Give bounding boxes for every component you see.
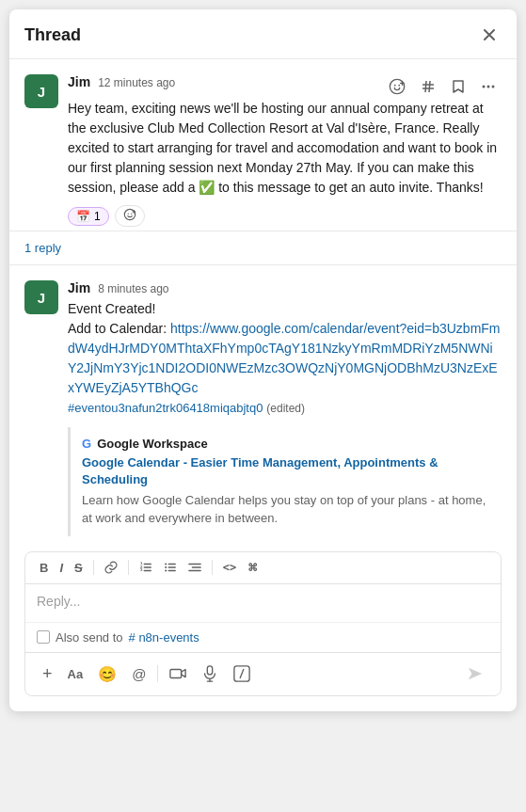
video-icon [169,665,186,682]
timestamp: 12 minutes ago [98,76,175,89]
preview-source: G Google Workspace [82,437,490,451]
slash-icon [233,665,250,682]
fmt-divider-3 [212,560,213,575]
ordered-list-icon: 1 2 3 [139,561,152,574]
thread-message-meta: Jim 8 minutes ago [68,280,502,295]
thread-author-name: Jim [68,280,90,295]
edited-label: (edited) [266,402,305,415]
video-button[interactable] [164,661,192,686]
panel-title: Thread [24,25,81,45]
strikethrough-button[interactable]: S [70,558,88,578]
message-content: Jim 12 minutes ago [68,74,502,227]
also-send-checkbox[interactable] [37,630,50,644]
bottom-toolbar: + Aa 😊 @ [25,652,501,695]
code-button[interactable]: <> [218,558,241,577]
reply-box: B I S 1 2 3 [24,551,502,696]
reactions-row: 📅 1 [68,205,502,227]
text-format-button[interactable]: Aa [62,663,89,685]
message-text: Hey team, exciting news we'll be hosting… [68,99,502,198]
send-icon [467,665,484,682]
thread-message-area: J Jim 8 minutes ago Event Created! Add t… [9,265,517,536]
svg-point-2 [398,85,400,87]
avatar: J [24,74,58,108]
reply-count: 1 reply [24,241,61,255]
reply-placeholder: Reply... [37,594,80,609]
hash-icon [421,79,436,94]
add-button[interactable]: + [37,661,58,688]
bookmark-button[interactable] [445,75,471,98]
fmt-divider-2 [128,560,129,575]
add-reaction-button[interactable] [115,205,145,227]
fmt-divider-1 [93,560,94,575]
svg-point-28 [165,570,167,572]
thread-message-content: Jim 8 minutes ago Event Created! Add to … [68,280,502,536]
also-send-row: Also send to # n8n-events [25,622,501,652]
svg-point-10 [487,86,490,88]
channel-ref: # n8n-events [129,630,199,645]
ordered-list-button[interactable]: 1 2 3 [135,558,157,577]
preview-desc: Learn how Google Calendar helps you stay… [82,492,490,526]
close-button[interactable] [477,23,502,47]
message-row: J Jim 12 minutes ago [24,74,502,227]
svg-point-13 [127,213,128,214]
add-reaction-icon [123,208,136,221]
author-name: Jim [68,74,90,89]
unordered-list-button[interactable] [159,558,182,577]
svg-point-1 [394,85,396,87]
svg-line-7 [425,81,426,92]
thread-timestamp: 8 minutes ago [98,282,168,295]
more-actions-button[interactable] [475,75,502,98]
italic-button[interactable]: I [55,558,68,578]
thread-message-row: J Jim 8 minutes ago Event Created! Add t… [24,280,502,536]
mention-button[interactable]: @ [126,662,151,686]
svg-point-27 [165,566,167,568]
unordered-list-icon [164,561,177,574]
svg-point-26 [165,564,167,565]
bookmark-icon [451,79,466,94]
message-meta-row: Jim 12 minutes ago [68,74,502,99]
thread-panel: Thread J Jim 12 minutes ago [9,9,517,711]
indent-icon [188,561,201,574]
close-icon [481,26,498,43]
svg-point-11 [492,86,495,88]
svg-rect-32 [170,670,182,678]
preview-title[interactable]: Google Calendar - Easier Time Management… [82,454,490,488]
add-emoji-button[interactable] [383,74,411,99]
audio-button[interactable] [196,661,224,686]
bold-button[interactable]: B [35,558,53,578]
reaction-count: 1 [94,210,101,223]
slash-command-button[interactable] [228,661,256,686]
more-icon [481,79,496,94]
message-meta: Jim 12 minutes ago [68,74,175,89]
reaction-badge[interactable]: 📅 1 [68,207,109,226]
message-actions [383,74,502,99]
reaction-emoji: 📅 [76,210,90,223]
also-send-label: Also send to [56,630,123,645]
link-button[interactable] [100,558,122,577]
link-icon [104,561,118,574]
svg-point-9 [483,86,486,88]
indent-button[interactable] [183,558,206,577]
first-message-area: J Jim 12 minutes ago [9,59,517,227]
emoji-icon [389,78,406,95]
hash-button[interactable] [415,75,441,98]
formatting-bar: B I S 1 2 3 [25,552,501,584]
send-button[interactable] [461,661,489,686]
event-hashtag: #eventou3nafun2trk06418miqabjtq0 [68,401,263,415]
svg-text:3: 3 [140,568,143,573]
reply-count-row[interactable]: 1 reply [9,231,517,265]
microphone-icon [201,665,218,682]
svg-rect-33 [208,666,213,675]
svg-line-37 [241,670,245,678]
preview-source-name: Google Workspace [97,437,208,451]
google-g-icon: G [82,437,91,451]
toolbar-divider [157,665,158,682]
reply-input[interactable]: Reply... [25,584,501,622]
svg-point-14 [131,213,132,214]
code-block-button[interactable]: ⌘ [243,559,263,577]
svg-line-8 [429,81,430,92]
calendar-link[interactable]: https://www.google.com/calendar/event?ei… [68,321,501,395]
panel-header: Thread [9,9,517,59]
emoji-button[interactable]: 😊 [92,661,122,687]
thread-avatar: J [24,280,58,314]
